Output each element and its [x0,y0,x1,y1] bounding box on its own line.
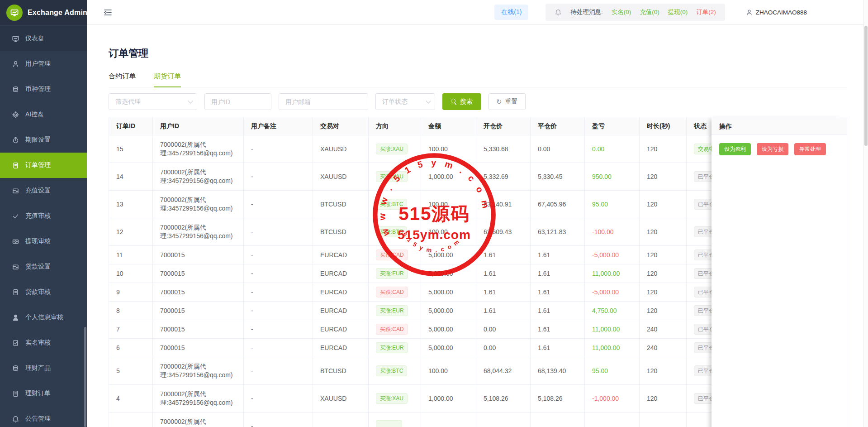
sidebar-item-gear[interactable]: AI控盘 [0,102,87,127]
cell-user-remark: - [244,264,313,283]
cell-amount: 100.00 [421,135,476,163]
page-scrollbar[interactable] [863,0,868,427]
cell-direction: 买涨:BTC [369,357,421,385]
doc-check-icon [12,339,19,347]
pending-label: 待处理消息: [570,8,602,16]
tab-1[interactable]: 期货订单 [154,72,181,87]
cell-order-id: 14 [109,163,153,191]
user-id-input[interactable] [204,93,271,110]
sidebar-item-wallet[interactable]: 贷款设置 [0,254,87,279]
search-button[interactable]: 搜索 [442,93,481,110]
cell-close-price: 0.00 [531,135,585,163]
cell-duration: 120 [640,357,687,385]
cell-user-id: 7000002(所属代理:3457299156@qq.com) [153,163,244,191]
cell-duration [640,413,687,427]
pending-item[interactable]: 实名(0) [612,8,631,16]
main-area: 在线(1) 待处理消息: 实名(0)充值(0)提现(0)订单(2) ZHAOCA… [87,0,868,427]
cell-close-price: 1.61 [531,339,585,357]
sidebar-item-banknote[interactable]: 提现审核 [0,229,87,254]
cell-open-price: 1.61 [476,302,531,320]
cell-duration: 120 [640,218,687,246]
collapse-sidebar-icon[interactable] [104,9,112,16]
sidebar-item-doc[interactable]: 贷款审核 [0,279,87,305]
direction-tag [376,420,402,427]
sidebar-item-dashboard[interactable]: 仪表盘 [0,26,87,51]
cell-user-id: 7000015 [153,283,244,302]
cell-open-price: 5,332.69 [476,163,531,191]
cell-user-remark: - [244,218,313,246]
timer-icon [12,136,19,144]
gear-icon [12,111,19,119]
direction-tag: 买涨:XAU [376,144,408,154]
cell-order-id: 8 [109,302,153,320]
sidebar-item-doc-check[interactable]: 实名审核 [0,330,87,355]
online-badge[interactable]: 在线(1) [494,5,528,20]
cell-open-price: 5,330.68 [476,135,531,163]
reset-button[interactable]: ↻ 重置 [489,93,526,110]
sidebar-item-label: 币种管理 [25,85,51,93]
cell-direction: 买跌:CAD [369,246,421,264]
sidebar-item-coins[interactable]: 理财产品 [0,355,87,381]
cell-direction: 买跌:CAD [369,320,421,339]
pending-item[interactable]: 订单(2) [696,8,716,16]
pending-item[interactable]: 充值(0) [640,8,659,16]
sidebar-item-wallet[interactable]: 充值设置 [0,178,87,203]
cell-duration: 120 [640,246,687,264]
coins-icon [12,365,19,372]
cell-user-id: 7000002(所属代理:3457299156@qq.com) [153,385,244,413]
sidebar-item-coins[interactable]: 币种管理 [0,77,87,102]
cell-amount: 100.00 [421,191,476,218]
cell-pnl: -1,000.00 [585,385,640,413]
cell-order-id: 15 [109,135,153,163]
pending-item[interactable]: 提现(0) [668,8,688,16]
sidebar-item-label: 期限设置 [25,136,51,144]
page-content: 订单管理 合约订单期货订单 筛选代理 订单状态 搜索 ↻ 重置 [87,25,868,427]
pending-items: 实名(0)充值(0)提现(0)订单(2) [612,8,716,16]
refresh-icon: ↻ [496,98,502,105]
sidebar-item-person-fill[interactable]: 个人信息审核 [0,305,87,330]
sidebar-item-users[interactable]: 用户管理 [0,51,87,77]
action-button-abnormal[interactable]: 异常处理 [794,143,826,155]
coins-icon [12,86,19,93]
sidebar-item-timer[interactable]: 期限设置 [0,127,87,153]
agent-filter-select[interactable]: 筛选代理 [109,93,197,110]
sidebar-item-bell[interactable]: 公告管理 [0,406,87,427]
action-button-set-profit[interactable]: 设为盈利 [719,143,751,155]
action-button-set-loss[interactable]: 设为亏损 [757,143,788,155]
user-email-input[interactable] [279,93,368,110]
cell-order-id: 6 [109,339,153,357]
cell-direction: 买涨:EUR [369,339,421,357]
ops-row [711,417,847,427]
cell-pair: XAUUSD [313,163,369,191]
cell-duration: 120 [640,302,687,320]
dashboard-icon [12,35,19,43]
order-status-select[interactable]: 订单状态 [375,93,435,110]
wallet-icon [12,187,19,195]
cell-close-price: 1.61 [531,283,585,302]
ops-row [711,361,847,389]
app-root: { "app": { "title": "Exchange Admin" }, … [0,0,868,427]
cell-duration: 120 [640,264,687,283]
sidebar-item-check[interactable]: 充值审核 [0,203,87,229]
cell-user-remark: - [244,135,313,163]
sidebar-item-label: 仪表盘 [25,34,44,43]
cell-direction: 买涨:XAU [369,135,421,163]
users-icon [12,60,19,68]
sidebar-item-doc[interactable]: 理财订单 [0,381,87,406]
cell-close-price: 1.61 [531,320,585,339]
direction-tag: 买涨:BTC [376,199,407,210]
chevron-down-icon [426,98,431,103]
sidebar-item-order-doc[interactable]: 订单管理 [0,153,87,178]
tab-0[interactable]: 合约订单 [109,72,136,87]
cell-open-price: 0.00 [476,339,531,357]
cell-order-id: 13 [109,191,153,218]
direction-tag: 买涨:EUR [376,342,408,353]
app-logo: Exchange Admin [0,0,87,25]
sidebar-scrollbar-thumb[interactable] [84,327,86,427]
sidebar-item-label: 充值设置 [25,187,51,195]
user-menu[interactable]: ZHAOCAIMAO888 [746,9,807,16]
cell-amount [421,413,476,427]
page-scrollbar-thumb[interactable] [864,26,868,146]
banknote-icon [12,238,19,245]
column-header: 盈亏 [585,117,640,135]
